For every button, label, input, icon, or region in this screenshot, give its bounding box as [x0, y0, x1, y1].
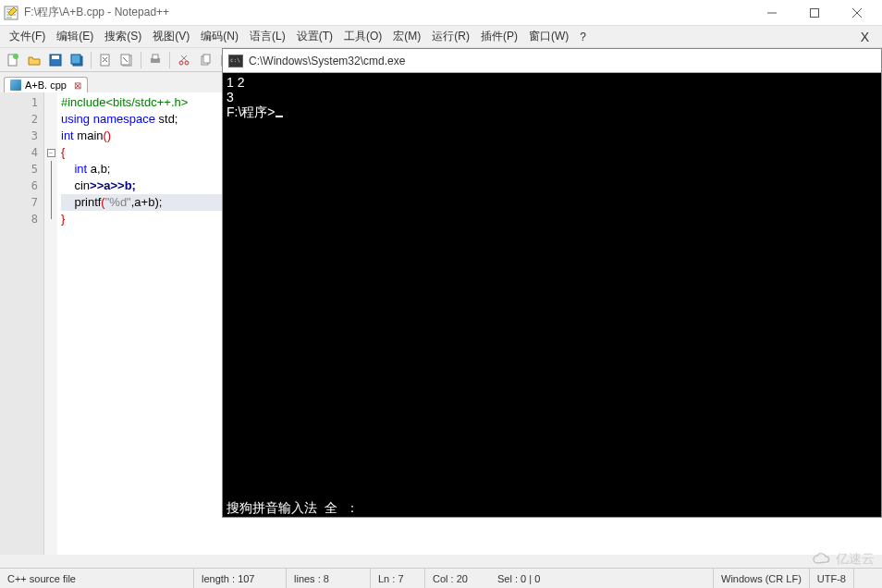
svg-rect-8 — [52, 55, 59, 59]
status-col: Col : 20 — [425, 569, 490, 588]
save-icon[interactable] — [46, 51, 65, 69]
line-number: 3 — [0, 128, 43, 144]
status-encoding: UTF-8 — [810, 569, 854, 588]
menu-search[interactable]: 搜索(S) — [99, 27, 147, 46]
window-title: F:\程序\A+B.cpp - Notepad++ — [24, 5, 751, 20]
cloud-icon — [812, 552, 832, 567]
toolbar-separator — [169, 52, 170, 68]
menu-run[interactable]: 运行(R) — [426, 27, 475, 46]
file-tab[interactable]: A+B. cpp ⊠ — [4, 77, 88, 92]
print-icon[interactable] — [146, 51, 165, 69]
menu-plugins[interactable]: 插件(P) — [475, 27, 523, 46]
close-all-icon[interactable] — [117, 51, 136, 69]
close-button[interactable] — [836, 0, 878, 26]
line-number: 1 — [0, 94, 43, 111]
status-length: length : 107 — [194, 569, 287, 588]
menu-window[interactable]: 窗口(W) — [523, 27, 574, 46]
line-number: 5 — [0, 161, 43, 178]
menu-bar: 文件(F) 编辑(E) 搜索(S) 视图(V) 编码(N) 语言(L) 设置(T… — [0, 26, 882, 48]
fold-toggle[interactable]: − — [44, 144, 57, 161]
cmd-window[interactable]: C:\Windows\System32\cmd.exe 1 2 3 F:\程序>… — [222, 48, 882, 518]
cmd-title-bar: C:\Windows\System32\cmd.exe — [223, 49, 881, 73]
status-eol: Windows (CR LF) — [713, 569, 810, 588]
svg-rect-10 — [71, 55, 80, 64]
cut-icon[interactable] — [175, 51, 193, 69]
window-controls — [751, 0, 878, 26]
open-file-icon[interactable] — [25, 51, 43, 69]
svg-rect-18 — [153, 55, 158, 59]
status-bar: C++ source file length : 107 lines : 8 L… — [0, 568, 882, 588]
tab-label: A+B. cpp — [25, 80, 67, 91]
cmd-prompt: F:\程序> — [227, 104, 877, 119]
toolbar-separator — [91, 52, 92, 68]
menu-encoding[interactable]: 编码(N) — [195, 27, 244, 46]
line-number: 2 — [0, 111, 43, 128]
ime-status: 搜狗拼音输入法 全 ： — [227, 500, 359, 515]
menu-close-x[interactable]: X — [851, 30, 878, 44]
window-title-bar: F:\程序\A+B.cpp - Notepad++ — [0, 0, 882, 26]
line-number-gutter: 1 2 3 4 5 6 7 8 — [0, 92, 44, 555]
svg-point-20 — [185, 61, 189, 65]
copy-icon[interactable] — [196, 51, 214, 69]
cursor-icon — [276, 116, 283, 117]
menu-language[interactable]: 语言(L) — [244, 27, 291, 46]
file-type-icon — [10, 80, 21, 91]
line-number: 8 — [0, 211, 43, 227]
new-file-icon[interactable] — [4, 51, 22, 69]
svg-rect-2 — [811, 8, 819, 17]
line-number: 7 — [0, 194, 43, 211]
tab-close-icon[interactable]: ⊠ — [74, 80, 81, 91]
watermark: 亿速云 — [812, 551, 875, 568]
minimize-button[interactable] — [751, 0, 793, 26]
status-file-type: C++ source file — [0, 569, 194, 588]
svg-rect-24 — [203, 55, 210, 63]
cmd-icon — [228, 55, 243, 67]
status-ln: Ln : 7 — [370, 569, 425, 588]
menu-edit[interactable]: 编辑(E) — [51, 27, 99, 46]
menu-file[interactable]: 文件(F) — [4, 27, 51, 46]
svg-point-6 — [13, 54, 18, 59]
menu-macro[interactable]: 宏(M) — [387, 27, 426, 46]
maximize-button[interactable] — [793, 0, 836, 26]
menu-tools[interactable]: 工具(O) — [338, 27, 387, 46]
menu-view[interactable]: 视图(V) — [147, 27, 195, 46]
menu-settings[interactable]: 设置(T) — [291, 27, 338, 46]
status-lines: lines : 8 — [287, 569, 370, 588]
toolbar-separator — [141, 52, 141, 68]
line-number: 4 — [0, 144, 43, 161]
cmd-output[interactable]: 1 2 3 F:\程序> 搜狗拼音输入法 全 ： — [223, 73, 881, 517]
close-file-icon[interactable] — [96, 51, 115, 69]
cmd-title-text: C:\Windows\System32\cmd.exe — [249, 55, 405, 67]
svg-point-19 — [179, 61, 183, 65]
cmd-line: 3 — [227, 90, 877, 104]
app-icon — [4, 6, 18, 20]
line-number: 6 — [0, 178, 43, 194]
status-sel: Sel : 0 | 0 — [490, 569, 573, 588]
save-all-icon[interactable] — [67, 51, 86, 69]
fold-column: − — [44, 92, 57, 555]
cmd-line: 1 2 — [227, 75, 877, 90]
menu-help[interactable]: ? — [574, 29, 592, 45]
